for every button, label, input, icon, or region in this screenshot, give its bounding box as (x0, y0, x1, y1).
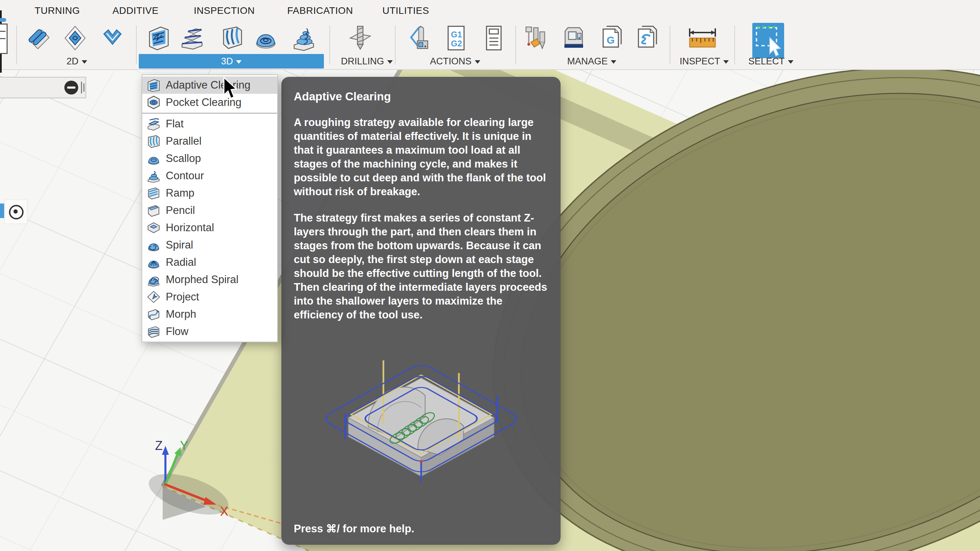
svg-text:G1: G1 (451, 30, 462, 39)
axis-y-label: Y (180, 438, 188, 453)
tooltip-help-hint: Press ⌘/ for more help. (294, 522, 414, 535)
adaptive-clearing-tooltip: Adaptive Clearing A roughing strategy av… (282, 77, 561, 545)
collapse-browser-icon[interactable] (64, 81, 78, 94)
menu-item-pencil[interactable]: Pencil (142, 202, 277, 219)
tab-inspection[interactable]: INSPECTION (194, 0, 255, 21)
g-code-icon[interactable]: G1 G2 (444, 24, 468, 52)
post-library-icon[interactable] (635, 24, 659, 52)
menu-item-morph[interactable]: Morph (142, 306, 277, 323)
pencil-icon (146, 203, 161, 218)
tooltip-paragraph-1: A roughing strategy available for cleari… (294, 116, 548, 199)
3d-strategies-menu: Adaptive Clearing Pocket Clearing Flat P… (142, 75, 278, 342)
scallop-icon (146, 151, 161, 166)
origin-visibility-widget[interactable] (5, 200, 27, 224)
group-label-manage[interactable]: MANAGE (519, 54, 664, 68)
caret-down-icon (82, 60, 87, 64)
menu-item-adaptive-clearing[interactable]: Adaptive Clearing (142, 76, 277, 94)
group-label-2d[interactable]: 2D (27, 54, 127, 68)
morphed-spiral-icon (146, 272, 161, 287)
fusion-manufacture-workspace: Z Y X TURNING ADDITIVE INSPECTION FABRIC… (0, 0, 980, 551)
machine-icon[interactable] (562, 24, 586, 52)
tool-library-icon[interactable] (524, 24, 548, 52)
contour-icon (146, 169, 161, 183)
2d-pocket-icon[interactable] (63, 24, 87, 52)
ramp-icon (146, 186, 161, 201)
manufacture-toolbar: G1 G2 (0, 21, 980, 70)
parallel-icon (146, 134, 161, 148)
tab-utilities[interactable]: UTILITIES (382, 0, 429, 21)
flat-icon (146, 117, 161, 131)
setup-sheet-icon[interactable] (482, 24, 506, 52)
group-label-drilling[interactable]: DRILLING (337, 54, 396, 68)
drill-icon[interactable] (348, 24, 372, 52)
caret-down-icon (723, 60, 729, 64)
menu-item-spiral[interactable]: Spiral (142, 236, 277, 254)
scallop-icon[interactable] (254, 24, 278, 52)
tab-fabrication[interactable]: FABRICATION (287, 0, 353, 21)
tab-turning[interactable]: TURNING (35, 0, 80, 21)
pocket-clearing-icon (146, 95, 161, 110)
morph-icon (146, 307, 161, 322)
horizontal-icon (146, 220, 161, 235)
menu-item-flat[interactable]: Flat (142, 115, 277, 132)
menu-item-radial[interactable]: Radial (142, 254, 277, 271)
caret-down-icon (387, 60, 393, 64)
group-label-3d-active[interactable]: 3D (139, 54, 324, 68)
mouse-cursor (223, 77, 240, 100)
menu-item-pocket-clearing[interactable]: Pocket Clearing (142, 94, 277, 111)
project-icon (146, 290, 161, 304)
svg-text:G2: G2 (451, 39, 462, 48)
tooltip-paragraph-2: The strategy first makes a series of con… (294, 211, 548, 322)
menu-separator (142, 113, 277, 113)
measure-icon[interactable] (687, 24, 718, 52)
2d-adaptive-icon[interactable] (27, 24, 51, 52)
adaptive-clearing-illustration (314, 340, 528, 492)
menu-item-contour[interactable]: Contour (142, 167, 277, 185)
menu-item-ramp[interactable]: Ramp (142, 185, 277, 202)
group-label-inspect[interactable]: INSPECT (675, 54, 733, 68)
g-file-icon[interactable]: G (600, 24, 624, 52)
flow-icon (146, 324, 161, 339)
caret-down-icon (236, 60, 242, 64)
selection-box-icon[interactable] (752, 22, 785, 59)
radial-icon (146, 255, 161, 270)
menu-item-flow[interactable]: Flow (142, 323, 277, 340)
tab-additive[interactable]: ADDITIVE (113, 0, 159, 21)
spiral-icon (146, 238, 161, 252)
workspace-tab-bar: TURNING ADDITIVE INSPECTION FABRICATION … (0, 0, 980, 21)
browser-selection-sliver (0, 204, 4, 218)
post-process-icon[interactable] (408, 24, 433, 52)
flat-steps-icon[interactable] (180, 24, 204, 52)
menu-item-project[interactable]: Project (142, 288, 277, 306)
clipped-active-tab-sliver (0, 18, 6, 22)
menu-item-scallop[interactable]: Scallop (142, 150, 277, 167)
parallel-icon[interactable] (220, 24, 244, 52)
caret-down-icon (611, 60, 616, 64)
adaptive-clearing-icon (146, 78, 161, 92)
spiral-steps-icon[interactable] (291, 24, 316, 52)
menu-item-parallel[interactable]: Parallel (142, 132, 277, 150)
tooltip-title: Adaptive Clearing (294, 90, 548, 103)
axis-z-label: Z (155, 438, 163, 453)
svg-text:G: G (607, 34, 614, 46)
axis-x-label: X (220, 504, 228, 519)
adaptive-clearing-icon[interactable] (147, 24, 171, 52)
caret-down-icon (788, 60, 794, 64)
2d-contour-icon[interactable] (100, 24, 124, 52)
group-label-actions[interactable]: ACTIONS (401, 54, 509, 68)
panel-grip-icon[interactable] (80, 82, 85, 94)
browser-collapsed-bar (0, 77, 86, 98)
clipped-toolbar-icon (0, 24, 8, 54)
menu-item-morphed-spiral[interactable]: Morphed Spiral (142, 271, 277, 288)
caret-down-icon (475, 60, 480, 64)
menu-item-horizontal[interactable]: Horizontal (142, 219, 277, 236)
group-label-select[interactable]: SELECT (741, 54, 801, 68)
